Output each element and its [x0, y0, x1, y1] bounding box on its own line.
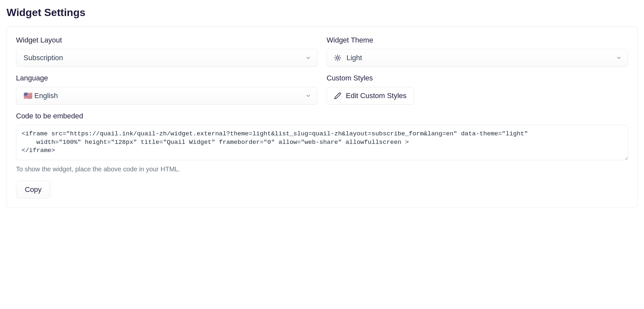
- chevron-down-icon: [305, 55, 311, 61]
- edit-custom-styles-label: Edit Custom Styles: [346, 92, 407, 100]
- language-select[interactable]: 🇺🇸 English: [16, 87, 317, 105]
- svg-line-4: [339, 60, 340, 60]
- svg-line-3: [336, 56, 336, 56]
- widget-theme-value: Light: [346, 54, 362, 62]
- settings-card: Widget Layout Subscription Widget Theme …: [7, 26, 637, 208]
- svg-point-0: [336, 57, 339, 59]
- svg-line-8: [339, 56, 340, 56]
- language-value: English: [34, 92, 58, 100]
- widget-theme-label: Widget Theme: [327, 36, 628, 44]
- widget-layout-label: Widget Layout: [16, 36, 317, 44]
- custom-styles-label: Custom Styles: [327, 74, 628, 82]
- embed-code-hint: To show the widget, place the above code…: [16, 165, 628, 173]
- widget-layout-value: Subscription: [24, 54, 63, 62]
- chevron-down-icon: [616, 55, 622, 61]
- edit-custom-styles-button[interactable]: Edit Custom Styles: [327, 87, 414, 105]
- page-title: Widget Settings: [7, 7, 637, 19]
- chevron-down-icon: [305, 93, 311, 99]
- embed-code-textarea[interactable]: [16, 125, 628, 160]
- svg-line-7: [336, 60, 336, 60]
- copy-button[interactable]: Copy: [16, 181, 50, 198]
- widget-theme-select[interactable]: Light: [327, 49, 628, 67]
- language-label: Language: [16, 74, 317, 82]
- widget-layout-select[interactable]: Subscription: [16, 49, 317, 67]
- embed-code-label: Code to be embeded: [16, 112, 628, 120]
- pencil-icon: [334, 92, 341, 99]
- sun-icon: [334, 54, 341, 61]
- flag-icon: 🇺🇸: [24, 92, 32, 100]
